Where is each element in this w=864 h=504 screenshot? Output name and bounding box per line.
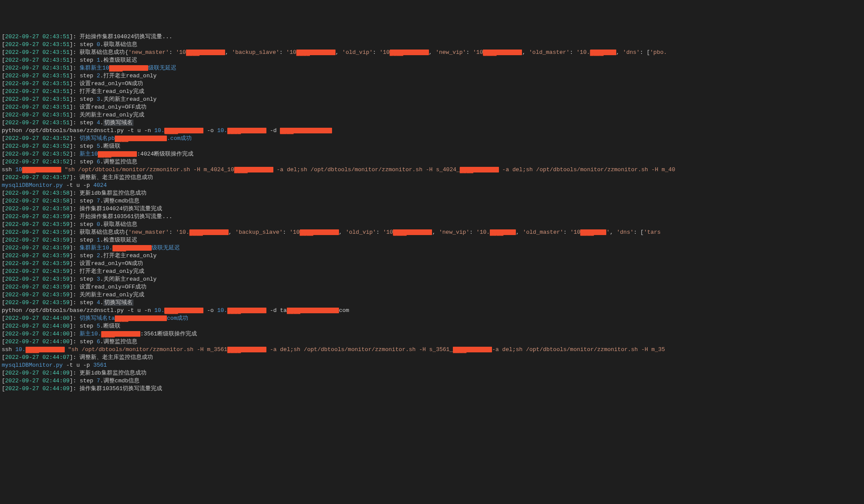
log-segment: step	[80, 96, 96, 103]
redacted-block: ████	[113, 245, 152, 251]
timestamp-bracket: ]:	[70, 73, 80, 79]
timestamp: 2022-09-27 02:43:51	[5, 65, 70, 71]
timestamp-bracket: ]:	[70, 190, 80, 196]
timestamp-bracket: ]:	[70, 135, 80, 142]
timestamp-bracket: [	[2, 338, 5, 345]
timestamp-bracket: [	[2, 323, 5, 329]
log-segment: -a del;sh /opt/dbtools/monitor/zzmonitor…	[266, 346, 453, 353]
log-segment: ,	[225, 49, 232, 56]
log-segment: ,	[229, 229, 236, 235]
log-segment: 'old_vip'	[346, 229, 376, 235]
log-segment: 级联无延迟	[152, 245, 180, 251]
log-segment: .调整cmdb信息	[100, 198, 140, 204]
timestamp: 2022-09-27 02:44:00	[5, 323, 70, 329]
log-segment: 开始操作集群103561切换写流量...	[80, 213, 172, 220]
timestamp-bracket: ]:	[70, 237, 80, 243]
timestamp: 2022-09-27 02:43:59	[5, 299, 70, 306]
log-line: [2022-09-27 02:43:51]: 设置read_only=OFF成功	[2, 103, 862, 111]
redacted-block: ████	[227, 347, 266, 352]
log-segment: .断级联	[100, 143, 120, 149]
log-segment: :	[373, 49, 380, 56]
timestamp-bracket: [	[2, 80, 5, 87]
log-line: [2022-09-27 02:43:57]: 调整新、老主库监控信息成功	[2, 174, 862, 182]
log-segment: '10	[570, 229, 580, 235]
timestamp: 2022-09-27 02:43:58	[5, 206, 70, 212]
redacted-block: ████	[460, 167, 499, 172]
log-segment: .com成功	[167, 135, 192, 142]
log-segment: :	[466, 49, 473, 56]
log-segment: 切换写域名	[103, 119, 133, 126]
log-segment: :3561断级联操作完成	[140, 331, 197, 337]
log-segment: -o	[203, 127, 217, 134]
log-line: python /opt/dbtools/base/zzdnsctl.py -t …	[2, 127, 862, 135]
timestamp-bracket: [	[2, 151, 5, 157]
timestamp-bracket: ]:	[70, 268, 80, 275]
redacted-block: ████	[26, 347, 65, 352]
log-segment: 关闭新主read_only完成	[80, 292, 144, 298]
log-line: [2022-09-27 02:43:51]: 关闭新主read_only完成	[2, 111, 862, 119]
timestamp-bracket: ]:	[70, 245, 80, 251]
log-line: ssh 10████ "sh /opt/dbtools/monitor/zzmo…	[2, 166, 862, 174]
terminal-output[interactable]: [2022-09-27 02:43:51]: 开始操作集群104024切换写流量…	[2, 33, 862, 393]
timestamp-bracket: [	[2, 119, 5, 126]
log-segment: -a del;sh /opt/dbtools/monitor/zzmonitor…	[492, 346, 665, 353]
log-segment: 开始操作集群104024切换写流量...	[80, 33, 172, 40]
redacted-block: ████	[101, 331, 140, 337]
redacted-block: ████	[189, 229, 229, 235]
log-line: [2022-09-27 02:43:59]: step 4.切换写域名	[2, 299, 862, 307]
log-line: [2022-09-27 02:43:58]: step 7.调整cmdb信息	[2, 197, 862, 205]
log-line: ssh 10.████ "sh /opt/dbtools/monitor/zzm…	[2, 346, 862, 354]
timestamp-bracket: ]:	[70, 159, 80, 165]
timestamp-bracket: [	[2, 143, 5, 149]
log-segment: .	[100, 299, 103, 306]
log-segment: .关闭新主read_only	[100, 276, 156, 282]
log-segment: '10.	[576, 49, 590, 56]
log-segment: 10.	[217, 307, 227, 314]
timestamp: 2022-09-27 02:44:00	[5, 338, 70, 345]
timestamp-bracket: [	[2, 221, 5, 228]
log-segment: 切换写域名pb	[80, 135, 115, 142]
log-segment: "sh /opt/dbtools/monitor/zzmonitor.sh -H…	[65, 166, 234, 173]
log-segment: step	[80, 159, 96, 165]
log-line: [2022-09-27 02:43:51]: step 0.获取基础信息	[2, 41, 862, 49]
timestamp: 2022-09-27 02:44:09	[5, 378, 70, 384]
log-segment: 'backup_slave'	[232, 49, 279, 56]
log-segment: :	[169, 49, 176, 56]
log-line: [2022-09-27 02:43:59]: 设置read_only=ON成功	[2, 260, 862, 268]
timestamp-bracket: ]:	[70, 119, 80, 126]
log-segment: ,	[429, 49, 436, 56]
timestamp-bracket: ]:	[70, 229, 80, 235]
log-segment: step	[80, 73, 96, 79]
redacted-block: ████	[234, 167, 273, 172]
log-segment: com	[339, 307, 349, 314]
timestamp-bracket: ]:	[70, 65, 80, 71]
log-segment: step	[80, 119, 96, 126]
timestamp-bracket: [	[2, 33, 5, 40]
log-segment: :4024断级联操作完成	[137, 151, 193, 157]
timestamp-bracket: [	[2, 73, 5, 79]
timestamp: 2022-09-27 02:43:51	[5, 104, 70, 110]
log-line: [2022-09-27 02:44:00]: 切换写域名ta████com成功	[2, 315, 862, 322]
log-line: [2022-09-27 02:43:59]: 集群新主10.████级联无延迟	[2, 244, 862, 252]
timestamp-bracket: [	[2, 213, 5, 220]
log-line: [2022-09-27 02:44:09]: 更新idb集群监控信息成功	[2, 369, 862, 377]
timestamp: 2022-09-27 02:43:51	[5, 80, 70, 87]
timestamp-bracket: [	[2, 174, 5, 181]
log-segment: .获取基础信息	[100, 41, 137, 48]
log-segment: :	[570, 49, 577, 56]
timestamp-bracket: ]:	[70, 198, 80, 204]
redacted-block: ████	[164, 308, 203, 313]
log-segment: '10	[289, 229, 299, 235]
timestamp-bracket: [	[2, 112, 5, 118]
timestamp: 2022-09-27 02:43:51	[5, 73, 70, 79]
timestamp-bracket: ]:	[70, 292, 80, 298]
timestamp-bracket: [	[2, 65, 5, 71]
redacted-block: ████	[227, 128, 266, 133]
log-segment: :	[283, 229, 290, 235]
timestamp-bracket: [	[2, 96, 5, 103]
log-segment: 打开老主read_only完成	[80, 88, 144, 95]
log-line: [2022-09-27 02:44:09]: 操作集群103561切换写流量完成	[2, 385, 862, 393]
log-segment: step	[80, 237, 96, 243]
log-segment: mysqliDBMonitor.py	[2, 362, 63, 368]
redacted-block: ████	[22, 167, 61, 172]
